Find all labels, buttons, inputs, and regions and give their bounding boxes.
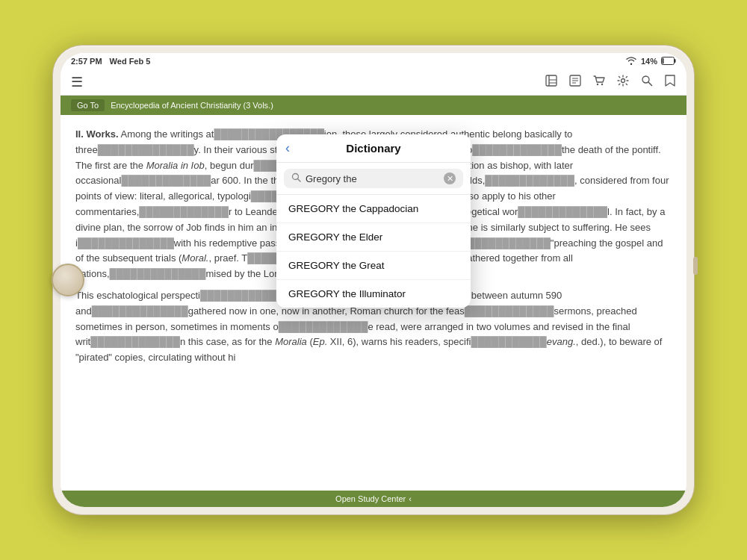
status-date: Wed Feb 5: [110, 57, 151, 66]
open-study-label: Open Study Center: [335, 494, 406, 503]
dict-result-elder[interactable]: GREGORY the Elder: [276, 223, 471, 252]
side-button: [693, 257, 698, 275]
main-content: II. Works. Among the writings at████████…: [61, 115, 686, 491]
bottom-bar: Open Study Center ‹: [61, 491, 686, 507]
gear-icon[interactable]: [616, 74, 630, 90]
dict-result-cappadocian[interactable]: GREGORY the Cappadocian: [276, 195, 471, 223]
tablet-device: 2:57 PM Wed Feb 5 14%: [52, 45, 695, 515]
dict-title: Dictionary: [287, 142, 460, 155]
battery-text: 14%: [641, 57, 657, 66]
dict-results-list: GREGORY the Cappadocian GREGORY the Elde…: [276, 195, 471, 308]
dict-search-input[interactable]: [306, 173, 439, 184]
dict-result-illuminator[interactable]: GREGORY the Illuminator: [276, 280, 471, 308]
battery-icon: [661, 57, 676, 66]
wifi-icon: [625, 56, 637, 66]
search-icon[interactable]: [640, 74, 654, 90]
goto-button[interactable]: Go To: [71, 99, 105, 111]
svg-line-15: [648, 82, 652, 86]
toolbar: ☰: [61, 69, 686, 96]
dict-header: ‹ Dictionary: [276, 134, 471, 163]
dict-result-great[interactable]: GREGORY the Great: [276, 252, 471, 280]
dict-clear-button[interactable]: ✕: [444, 172, 456, 184]
svg-rect-3: [546, 75, 557, 86]
svg-point-12: [601, 84, 603, 85]
breadcrumb-bar: Go To Encyclopedia of Ancient Christiani…: [61, 96, 686, 115]
dict-search-icon: [291, 172, 301, 184]
bookmark-icon[interactable]: [664, 74, 676, 90]
status-time: 2:57 PM: [71, 57, 102, 66]
hamburger-menu-icon[interactable]: ☰: [71, 74, 83, 90]
notes-icon[interactable]: [568, 74, 582, 90]
svg-point-11: [597, 84, 598, 85]
breadcrumb-path: Encyclopedia of Ancient Christianity (3 …: [111, 101, 273, 110]
svg-point-13: [622, 79, 625, 83]
open-study-arrow-icon: ‹: [409, 494, 412, 503]
svg-line-17: [298, 179, 301, 182]
cart-icon[interactable]: [592, 74, 606, 90]
book-icon[interactable]: [545, 74, 558, 90]
open-study-center-button[interactable]: Open Study Center ‹: [335, 494, 412, 503]
dict-search-row: ✕: [276, 163, 471, 195]
svg-rect-1: [675, 59, 676, 63]
svg-rect-2: [663, 57, 664, 63]
dictionary-card: ‹ Dictionary: [276, 134, 471, 308]
modal-overlay: ‹ Dictionary: [61, 115, 686, 491]
dict-back-button[interactable]: ‹: [285, 140, 290, 156]
status-bar: 2:57 PM Wed Feb 5 14%: [61, 53, 686, 69]
